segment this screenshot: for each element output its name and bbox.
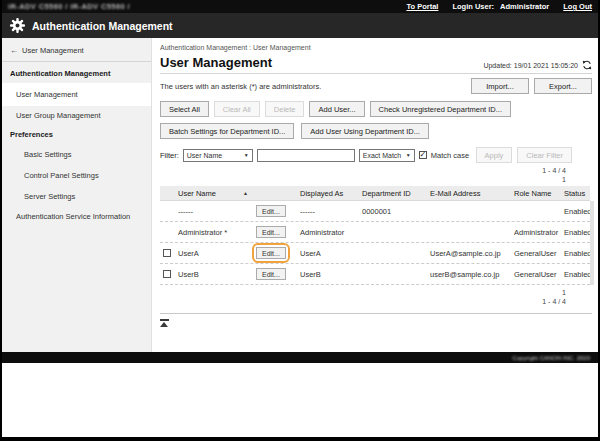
cell-status: Enabled <box>564 228 590 237</box>
add-user-using-dept-button[interactable]: Add User Using Department ID... <box>301 123 429 139</box>
cell-role-name: Administrator <box>512 228 564 237</box>
pagination-range: 1 - 4 / 4 <box>160 297 566 306</box>
sidebar-item-basic-settings[interactable]: Basic Settings <box>2 144 151 165</box>
cell-status: GeneralUser <box>512 270 564 279</box>
app-bar: Authentication Management <box>2 13 598 38</box>
cell-user-name: UserA <box>178 249 199 258</box>
match-case-label: Match case <box>431 151 469 160</box>
filter-match-value: Exact Match <box>363 152 402 159</box>
cell-displayed-as: Administrator <box>298 228 360 237</box>
table-row: Administrator* Edit... Administrator Adm… <box>160 222 590 243</box>
sidebar-item-control-panel-settings[interactable]: Control Panel Settings <box>2 165 151 186</box>
empty-area <box>2 363 598 437</box>
top-bar: iR-ADV C5560 / iR-ADV C5560 / To Portal … <box>2 0 598 13</box>
column-status: Status <box>564 189 590 198</box>
to-portal-link[interactable]: To Portal <box>406 2 438 11</box>
device-name: iR-ADV C5560 / iR-ADV C5560 / <box>8 2 130 11</box>
export-button[interactable]: Export... <box>534 78 592 94</box>
check-unregistered-dept-button[interactable]: Check Unregistered Department ID... <box>370 101 511 117</box>
sidebar-item-label: User Group Management <box>16 111 101 120</box>
sidebar-header-preferences: Preferences <box>2 125 151 144</box>
sidebar-item-server-settings[interactable]: Server Settings <box>2 186 151 207</box>
match-case-checkbox[interactable]: ✓ <box>419 151 427 159</box>
cell-user-name: ------ <box>178 207 193 216</box>
edit-button[interactable]: Edit... <box>256 268 286 280</box>
login-user: Login User: Administrator <box>452 2 549 11</box>
filter-match-select[interactable]: Exact Match ▼ <box>359 149 415 162</box>
cell-displayed-as: ------ <box>298 207 360 216</box>
import-button[interactable]: Import... <box>471 78 529 94</box>
sidebar-item-auth-service-information[interactable]: Authentication Service Information <box>2 207 151 226</box>
column-role-name: Role Name <box>512 189 564 198</box>
clear-filter-button[interactable]: Clear Filter <box>517 147 572 163</box>
gear-icon <box>10 18 25 33</box>
updated-timestamp: Updated: 19/01 2021 15:05:20 <box>483 62 578 69</box>
pagination-range: 1 - 4 / 4 <box>160 166 566 175</box>
table-row: UserA Edit... UserA UserA@sample.co.jp G… <box>160 243 590 264</box>
delete-button[interactable]: Delete <box>265 101 305 117</box>
table-header-row: User Name ▲ Displayed As Department ID E… <box>160 186 590 201</box>
cell-role-name: GeneralUser <box>512 249 564 258</box>
sidebar: ← User Management Authentication Managem… <box>2 38 152 352</box>
cell-status: Enabled <box>564 249 590 258</box>
admin-note: The users with an asterisk (*) are admin… <box>160 82 321 91</box>
cell-email: userB@sample.co.jp <box>428 270 512 279</box>
sidebar-item-label: Preferences <box>10 130 53 139</box>
back-to-top-icon[interactable] <box>160 319 169 327</box>
column-email: E-Mail Address <box>428 189 512 198</box>
cell-status: Enabled <box>564 270 590 279</box>
batch-settings-dept-button[interactable]: Batch Settings for Department ID... <box>160 123 294 139</box>
filter-label: Filter: <box>160 151 179 160</box>
sidebar-item-label: User Management <box>16 90 78 99</box>
log-out-link[interactable]: Log Out <box>563 2 592 11</box>
cell-email: UserA@sample.co.jp <box>428 249 512 258</box>
copyright-text: Copyright CANON INC. 2020 <box>512 355 590 361</box>
table-scrollbar[interactable] <box>590 201 594 285</box>
cell-status: Enabled <box>564 207 590 216</box>
column-department-id: Department ID <box>360 189 428 198</box>
check-icon: ✓ <box>419 151 426 159</box>
table-row: ------ Edit... ------ 0000001 Enabled <box>160 201 590 222</box>
back-arrow-icon: ← <box>10 46 18 55</box>
sidebar-item-label: Authentication Service Information <box>16 212 130 221</box>
bottom-divider <box>160 313 592 314</box>
edit-button-highlight-ring: Edit... <box>252 243 290 263</box>
refresh-icon[interactable] <box>582 60 592 70</box>
row-checkbox[interactable] <box>163 270 171 278</box>
column-label: User Name <box>178 189 216 198</box>
clear-all-button[interactable]: Clear All <box>214 101 260 117</box>
cell-displayed-as: UserA <box>298 249 360 258</box>
pagination-bottom: 1 1 - 4 / 4 <box>160 288 592 306</box>
edit-button[interactable]: Edit... <box>256 226 286 238</box>
filter-input[interactable] <box>257 149 355 162</box>
add-user-button[interactable]: Add User... <box>309 101 364 117</box>
sort-asc-icon[interactable]: ▲ <box>243 190 252 196</box>
sidebar-back-user-management[interactable]: ← User Management <box>2 41 151 62</box>
sidebar-item-user-management[interactable]: User Management <box>2 83 151 106</box>
user-table: User Name ▲ Displayed As Department ID E… <box>160 186 590 285</box>
login-user-label: Login User: <box>452 2 494 11</box>
footer-bar: Copyright CANON INC. 2020 <box>2 352 598 363</box>
sidebar-item-label: Basic Settings <box>24 150 72 159</box>
column-displayed-as: Displayed As <box>298 189 360 198</box>
page-title: User Management <box>160 55 272 70</box>
select-all-button[interactable]: Select All <box>160 101 209 117</box>
sidebar-item-user-group-management[interactable]: User Group Management <box>2 106 151 125</box>
sidebar-item-label: User Management <box>22 46 84 55</box>
browser-window: iR-ADV C5560 / iR-ADV C5560 / To Portal … <box>2 0 598 437</box>
app-title: Authentication Management <box>32 20 173 32</box>
apply-button[interactable]: Apply <box>476 147 513 163</box>
edit-button[interactable]: Edit... <box>256 247 286 259</box>
edit-button[interactable]: Edit... <box>256 205 286 217</box>
pagination-top: 1 - 4 / 4 1 <box>160 166 592 184</box>
sidebar-header-authentication-management: Authentication Management <box>2 64 151 83</box>
title-divider <box>160 73 592 74</box>
column-user-name[interactable]: User Name ▲ <box>174 189 252 198</box>
pagination-page: 1 <box>160 175 566 184</box>
sidebar-item-label: Authentication Management <box>10 69 110 78</box>
filter-field-select[interactable]: User Name ▼ <box>183 149 253 162</box>
cell-displayed-as: UserB <box>298 270 360 279</box>
row-checkbox[interactable] <box>163 249 171 257</box>
admin-asterisk: * <box>224 228 227 237</box>
main-content: Authentication Management : User Managem… <box>152 38 598 352</box>
